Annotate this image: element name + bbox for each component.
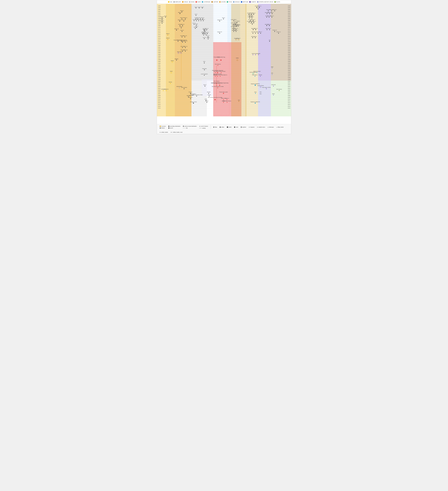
phoenix-dot: [223, 93, 224, 94]
svg-text:2009: 2009: [158, 97, 161, 98]
venera14-dot: [185, 47, 186, 48]
trip-label: trip: [186, 127, 187, 129]
zond3-label: Zond 3: [222, 17, 225, 18]
mora5-dot: [255, 33, 256, 34]
svg-text:1984: 1984: [288, 52, 290, 53]
pvorbiter-dot: [178, 41, 178, 42]
footer-legend: success failure secondary destination la…: [157, 124, 291, 134]
footer-flyby-row: flyby: [213, 126, 217, 128]
telescope-icon: ◎: [268, 127, 269, 128]
mora4-label: Mora 4: [252, 31, 254, 32]
pioneer10-dot: [274, 31, 275, 32]
saturn-label: SATURN: [221, 1, 226, 3]
svg-text:1986: 1986: [288, 56, 290, 57]
lcross-dot: [209, 96, 210, 96]
galileo-label: Galileo: [236, 57, 239, 58]
mora4-dot: [253, 33, 253, 34]
svg-text:2012: 2012: [288, 102, 290, 103]
svg-text:2013: 2013: [158, 104, 161, 105]
legend-neptune: NEPTUNE: [241, 1, 248, 3]
luna19-label: Luno 19: [205, 28, 208, 29]
mariner7-label: Mariner 7: [267, 24, 271, 25]
wind-label: WIND: [271, 66, 273, 67]
luna1-dot: [195, 8, 196, 8]
explorer49-dot: [219, 33, 220, 34]
rosetta-label: Rosetto (Philoe): [257, 85, 264, 86]
svg-text:1987: 1987: [158, 57, 161, 59]
titan-dot: [227, 1, 228, 3]
flyby-label: flyby: [215, 126, 217, 128]
success-label: success: [162, 126, 166, 127]
svg-text:1966: 1966: [288, 20, 290, 21]
explorer35-label: Explorer 35: [217, 19, 222, 20]
lo2-label: Lunar Orbiter 2: [234, 21, 240, 22]
vega1-label: Vego 1: [177, 51, 180, 52]
svg-text:1963: 1963: [158, 14, 161, 16]
mora5-label: Mora 5: [254, 31, 257, 32]
venera1-label: Venero 1: [180, 10, 184, 11]
zond5-dot: [205, 33, 205, 34]
svg-text:1997: 1997: [288, 75, 290, 76]
chandrayaan1-label: Chandrayaan-1: [190, 93, 196, 94]
marsobserver-label: Mars Observer: [215, 64, 221, 65]
legend-mars: MARS: [195, 1, 201, 3]
venera4-dot: [184, 21, 184, 21]
svg-text:2011: 2011: [288, 100, 290, 102]
samplereturn-icon: ⊕: [257, 127, 258, 128]
flybylander-icon: ○●: [276, 127, 277, 128]
svg-text:1970: 1970: [158, 27, 161, 28]
viking1-dot: [252, 37, 253, 38]
pioneer11-label: Pioneer 11: [276, 31, 281, 32]
interplanetary-dot: [257, 1, 259, 3]
lro-dot: [196, 96, 197, 96]
svg-text:2003: 2003: [288, 86, 290, 87]
svg-text:1978: 1978: [288, 41, 290, 42]
svg-text:1986: 1986: [158, 56, 161, 57]
mora1-dot: [272, 13, 273, 14]
venusexpress-label: Venus Express: [181, 87, 187, 88]
svg-text:2007: 2007: [288, 93, 290, 94]
orbiter-icon: [220, 127, 221, 128]
comets-label: COMETS: [251, 1, 256, 3]
mars-dot: [195, 1, 197, 3]
pioneer10-label: Pioneer 10: [273, 30, 277, 31]
zond4-dot: [202, 33, 203, 34]
svg-text:2010: 2010: [288, 98, 290, 100]
ace-label: ACE: [271, 73, 273, 74]
venera3-label: Venero 3: [184, 17, 187, 18]
svg-text:1978: 1978: [158, 41, 161, 42]
zond1-label: Zond 1: [164, 16, 167, 17]
svg-text:2000: 2000: [158, 81, 161, 82]
dawn-label: Dawn: [254, 92, 257, 93]
sun-label: SUN: [170, 1, 172, 3]
samplereturn-label: sample return: [258, 126, 265, 128]
svg-text:2002: 2002: [288, 84, 290, 85]
smart1-dot: [205, 86, 205, 86]
apollo15-label: Apollo 15: [234, 28, 238, 29]
vega2-label: Vego 2: [180, 51, 182, 52]
orbiter-label: orbiter: [221, 126, 224, 128]
sputnik24-dot: [269, 13, 270, 14]
svg-text:1988: 1988: [158, 59, 161, 60]
selene-dot: [208, 93, 209, 94]
svg-text:1971: 1971: [288, 29, 290, 30]
footer-failure-row: failure: [159, 127, 166, 129]
mariner18-label: Mariner 18: [174, 28, 179, 29]
svg-text:1971: 1971: [158, 29, 161, 30]
svg-text:1996: 1996: [288, 73, 290, 75]
end-icon: ▼: [199, 126, 200, 127]
pioneer9-label: Pioneer 9: [160, 21, 164, 22]
pioneer5-dot: [274, 10, 275, 11]
pioneer3-label: Pioneer 3: [257, 6, 261, 7]
mora7-dot: [260, 33, 261, 34]
merrovers-label: Mars Exploration Rovers (Spirit,Opportun…: [211, 83, 228, 84]
footer-success-section: success failure: [159, 126, 166, 129]
heliosa-dot: [167, 35, 168, 35]
apollo12-dot: [238, 26, 239, 27]
mora6-label: Mora 6: [257, 31, 259, 32]
venera3-dot: [185, 19, 186, 19]
zond2-dot: [266, 17, 267, 18]
mariner7-dot: [269, 25, 270, 26]
zond6-dot: [207, 33, 208, 34]
change2-dot: [190, 98, 191, 99]
